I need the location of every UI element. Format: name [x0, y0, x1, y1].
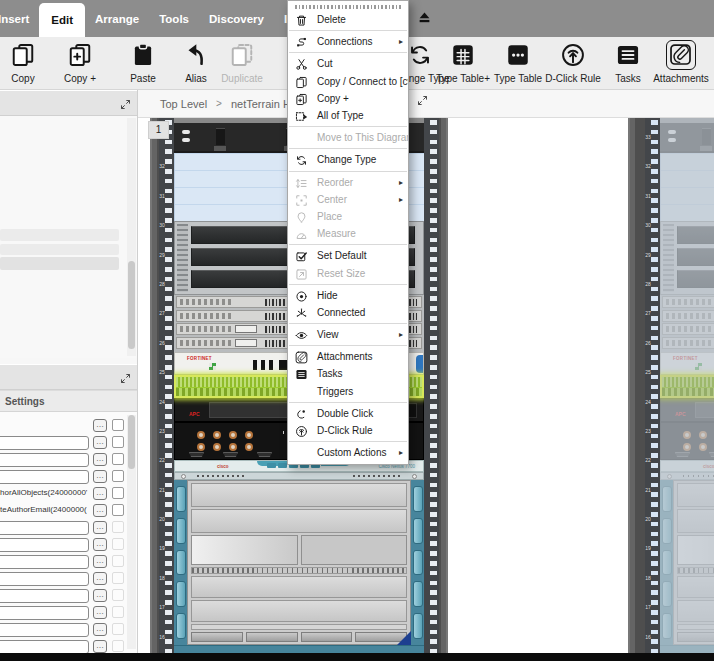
- settings-input[interactable]: [0, 640, 89, 653]
- context-menu-item[interactable]: Reorder ▸: [288, 174, 408, 191]
- context-menu-item[interactable]: Center ▸: [288, 191, 408, 208]
- context-menu-item[interactable]: Attachments: [288, 348, 408, 365]
- settings-input[interactable]: [0, 572, 89, 586]
- device-av-matrix[interactable]: [660, 422, 714, 460]
- toolbar-button[interactable]: Copy +: [50, 40, 110, 88]
- toolbar-button[interactable]: Type Table: [488, 40, 548, 88]
- context-menu-item[interactable]: Cut: [288, 55, 408, 72]
- ellipsis-button[interactable]: …: [93, 538, 107, 551]
- ellipsis-button[interactable]: …: [93, 623, 107, 636]
- device-patch-panels[interactable]: [660, 295, 714, 352]
- scrollbar[interactable]: [127, 415, 136, 649]
- toolbar-button[interactable]: Tasks: [598, 40, 658, 88]
- toolbar-button[interactable]: Paste: [113, 40, 173, 88]
- checkbox[interactable]: [112, 487, 124, 499]
- context-menu-item[interactable]: Delete: [288, 11, 408, 28]
- checkbox[interactable]: [112, 640, 124, 652]
- settings-input[interactable]: [0, 521, 89, 535]
- context-menu-item[interactable]: Measure: [288, 225, 408, 242]
- menu-tab[interactable]: Discovery: [199, 0, 274, 37]
- settings-input[interactable]: [0, 589, 89, 603]
- settings-input[interactable]: [0, 623, 89, 637]
- ellipsis-button[interactable]: …: [93, 453, 107, 466]
- ellipsis-button[interactable]: …: [93, 589, 107, 602]
- context-menu-item[interactable]: Place: [288, 208, 408, 225]
- device-nexus-chassis[interactable]: [174, 472, 424, 653]
- settings-input[interactable]: [0, 470, 89, 484]
- checkbox[interactable]: [112, 453, 124, 465]
- checkbox[interactable]: [112, 538, 124, 550]
- context-menu-item[interactable]: View ▸: [288, 326, 408, 343]
- menu-tab[interactable]: Tools: [149, 0, 199, 37]
- checkbox[interactable]: [112, 555, 124, 567]
- page-tab[interactable]: 1: [148, 121, 169, 139]
- toolbar-button[interactable]: Type Table+: [433, 40, 493, 88]
- context-menu-item[interactable]: D-Click Rule: [288, 422, 408, 439]
- ellipsis-button[interactable]: …: [93, 419, 107, 432]
- context-menu-item[interactable]: Copy +: [288, 90, 408, 107]
- breadcrumb-top-level[interactable]: Top Level: [160, 98, 207, 110]
- list-item[interactable]: [0, 229, 119, 241]
- checkbox[interactable]: [112, 572, 124, 584]
- checkbox[interactable]: [112, 623, 124, 635]
- checkbox[interactable]: [112, 436, 124, 448]
- ellipsis-button[interactable]: …: [93, 504, 107, 517]
- list-item[interactable]: [0, 257, 119, 270]
- context-menu-item[interactable]: Double Click: [288, 405, 408, 422]
- settings-input[interactable]: [0, 436, 89, 450]
- settings-input[interactable]: [0, 538, 89, 552]
- ellipsis-button[interactable]: …: [93, 521, 107, 534]
- device-server-chassis[interactable]: [660, 221, 714, 295]
- toolbar-button[interactable]: Attachments: [651, 40, 711, 88]
- expand-icon[interactable]: [120, 370, 131, 381]
- device-fortinet-firewall[interactable]: FORTINET: [660, 352, 714, 375]
- context-menu-item[interactable]: Set Default: [288, 247, 408, 264]
- diagram-canvas[interactable]: 1 333231302928272625242322212019181716: [138, 118, 714, 653]
- device-patch-panel-top[interactable]: [660, 123, 714, 153]
- scrollbar[interactable]: [127, 118, 136, 356]
- context-menu-item[interactable]: Triggers: [288, 383, 408, 400]
- context-menu-item[interactable]: Custom Actions ▸: [288, 444, 408, 461]
- checkbox[interactable]: [112, 419, 124, 431]
- menu-tab[interactable]: Edit: [39, 3, 85, 37]
- ellipsis-button[interactable]: …: [93, 555, 107, 568]
- ellipsis-button[interactable]: …: [93, 470, 107, 483]
- ellipsis-button[interactable]: …: [93, 572, 107, 585]
- menu-tab[interactable]: Arrange: [85, 0, 149, 37]
- toolbar-button[interactable]: D-Click Rule: [543, 40, 603, 88]
- checkbox[interactable]: [112, 589, 124, 601]
- context-menu-item[interactable]: Copy / Connect to [ctrl-c]: [288, 73, 408, 90]
- context-menu-item[interactable]: Move to This Diagram: [288, 129, 408, 146]
- settings-input[interactable]: [0, 453, 89, 467]
- context-menu-item[interactable]: Tasks: [288, 365, 408, 382]
- ellipsis-button[interactable]: …: [93, 606, 107, 619]
- settings-input[interactable]: teAuthorEmail(2400000(: [0, 504, 89, 518]
- context-menu-item[interactable]: All of Type: [288, 107, 408, 124]
- device-nexus-chassis[interactable]: [660, 472, 714, 653]
- device-selected-green[interactable]: [660, 375, 714, 398]
- device-cisco-router[interactable]: cisco Cisco Nexus 7700: [660, 460, 714, 472]
- settings-input[interactable]: [0, 555, 89, 569]
- context-menu-item[interactable]: Reset Size: [288, 264, 408, 281]
- scrollbar-thumb[interactable]: [128, 415, 135, 469]
- expand-icon[interactable]: [120, 96, 131, 107]
- ellipsis-button[interactable]: …: [93, 436, 107, 449]
- scrollbar-thumb[interactable]: [128, 261, 135, 349]
- ellipsis-button[interactable]: …: [93, 640, 107, 653]
- context-menu-item[interactable]: Connections ▸: [288, 33, 408, 50]
- toolbar-button[interactable]: Duplicate: [212, 40, 272, 88]
- checkbox[interactable]: [112, 521, 124, 533]
- list-item[interactable]: [0, 244, 119, 255]
- rack-empty-space[interactable]: [660, 153, 714, 221]
- context-menu-item[interactable]: Hide: [288, 287, 408, 304]
- checkbox[interactable]: [112, 606, 124, 618]
- rack-right[interactable]: 333231302928272625242322212019181716: [628, 118, 714, 653]
- context-menu-item[interactable]: Change Type: [288, 151, 408, 168]
- toolbar-button[interactable]: Copy: [0, 40, 53, 88]
- settings-input[interactable]: [0, 606, 89, 620]
- device-apc-console[interactable]: APC: [660, 398, 714, 422]
- menu-tab[interactable]: Insert: [0, 0, 39, 37]
- menu-drag-handle[interactable]: [295, 5, 401, 9]
- eject-icon[interactable]: [417, 10, 432, 25]
- ellipsis-button[interactable]: …: [93, 487, 107, 500]
